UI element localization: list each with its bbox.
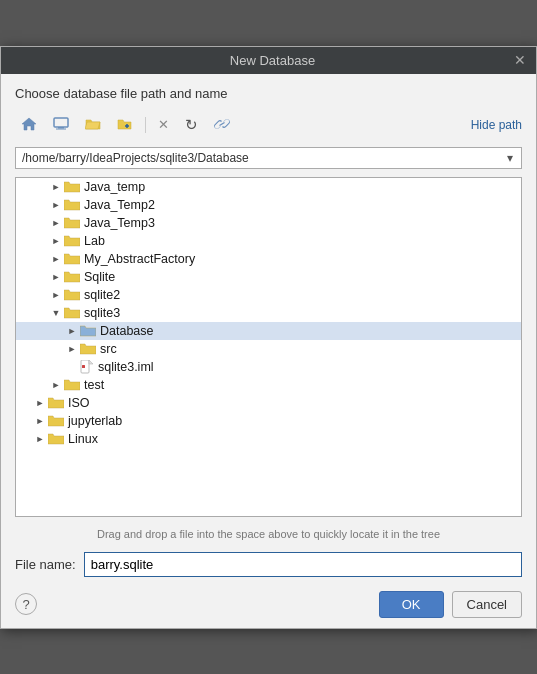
dialog-title: New Database (31, 53, 514, 68)
folder-icon (48, 432, 64, 445)
link-button[interactable] (208, 113, 236, 137)
folder-new-icon (117, 117, 133, 133)
path-text: /home/barry/IdeaProjects/sqlite3/Databas… (22, 151, 505, 165)
tree-item[interactable]: ► ISO (16, 394, 521, 412)
tree-item[interactable]: ► sqlite2 (16, 286, 521, 304)
monitor-icon (53, 117, 69, 133)
home-icon (21, 117, 37, 133)
title-bar: New Database ✕ (1, 47, 536, 74)
tree-arrow-icon: ► (32, 397, 48, 408)
computer-button[interactable] (47, 113, 75, 137)
tree-item[interactable]: ► Java_Temp3 (16, 214, 521, 232)
tree-item-label: Lab (84, 234, 105, 248)
new-folder-button[interactable] (111, 113, 139, 137)
tree-item-label: test (84, 378, 104, 392)
folder-icon (64, 288, 80, 301)
tree-arrow-icon: ► (48, 271, 64, 282)
buttons-row: ? OK Cancel (15, 591, 522, 618)
svg-line-6 (220, 122, 225, 125)
folder-icon (64, 234, 80, 247)
close-button[interactable]: ✕ (514, 53, 526, 67)
filename-input[interactable] (84, 552, 522, 577)
tree-arrow-icon: ► (48, 379, 64, 390)
tree-item-label: Java_Temp2 (84, 198, 155, 212)
folder-icon (48, 396, 64, 409)
tree-arrow-icon: ► (32, 433, 48, 444)
tree-arrow-icon: ► (48, 199, 64, 210)
tree-item-label: sqlite3 (84, 306, 120, 320)
tree-arrow-icon: ► (32, 415, 48, 426)
tree-item-label: My_AbstractFactory (84, 252, 195, 266)
tree-item-label: Sqlite (84, 270, 115, 284)
svg-marker-8 (89, 360, 93, 364)
tree-item[interactable]: ► test (16, 376, 521, 394)
folder-icon (64, 198, 80, 211)
tree-item[interactable]: ► Linux (16, 430, 521, 448)
tree-item-label: Linux (68, 432, 98, 446)
folder-icon (64, 180, 80, 193)
file-tree[interactable]: ► Java_temp► Java_Temp2► Java_Temp3► Lab… (15, 177, 522, 517)
tree-item[interactable]: ► Java_temp (16, 178, 521, 196)
folder-icon (64, 306, 80, 319)
delete-button[interactable]: ✕ (152, 114, 175, 135)
chevron-down-icon: ▾ (507, 151, 513, 165)
tree-item-label: ISO (68, 396, 90, 410)
tree-arrow-icon: ► (48, 235, 64, 246)
tree-item[interactable]: sqlite3.iml (16, 358, 521, 376)
tree-item[interactable]: ▼ sqlite3 (16, 304, 521, 322)
file-icon (80, 360, 94, 374)
tree-item[interactable]: ► Java_Temp2 (16, 196, 521, 214)
tree-item[interactable]: ► My_AbstractFactory (16, 250, 521, 268)
tree-item-label: jupyterlab (68, 414, 122, 428)
folder-icon (64, 216, 80, 229)
tree-arrow-icon: ► (48, 253, 64, 264)
tree-item-label: src (100, 342, 117, 356)
tree-item-label: Java_Temp3 (84, 216, 155, 230)
svg-rect-3 (56, 128, 66, 129)
tree-item-label: sqlite3.iml (98, 360, 154, 374)
folder-icon (64, 378, 80, 391)
folder-icon (64, 252, 80, 265)
tree-item-label: sqlite2 (84, 288, 120, 302)
hide-path-button[interactable]: Hide path (471, 118, 522, 132)
tree-item[interactable]: ► src (16, 340, 521, 358)
drag-hint: Drag and drop a file into the space abov… (15, 525, 522, 542)
svg-rect-1 (54, 118, 68, 127)
open-folder-button[interactable] (79, 113, 107, 137)
folder-open-icon (85, 117, 101, 133)
dialog-body: Choose database file path and name (1, 74, 536, 628)
path-bar: /home/barry/IdeaProjects/sqlite3/Databas… (15, 147, 522, 169)
folder-icon (48, 414, 64, 427)
cancel-button[interactable]: Cancel (452, 591, 522, 618)
path-dropdown-button[interactable]: ▾ (505, 151, 515, 165)
ok-button[interactable]: OK (379, 591, 444, 618)
svg-rect-9 (82, 365, 85, 368)
folder-icon (80, 324, 96, 337)
svg-marker-0 (22, 118, 36, 130)
tree-item[interactable]: ► jupyterlab (16, 412, 521, 430)
refresh-button[interactable]: ↻ (179, 113, 204, 136)
help-button[interactable]: ? (15, 593, 37, 615)
folder-icon (64, 270, 80, 283)
tree-item-label: Java_temp (84, 180, 145, 194)
refresh-icon: ↻ (185, 117, 198, 132)
tree-item[interactable]: ► Lab (16, 232, 521, 250)
separator-1 (145, 117, 146, 133)
tree-arrow-icon: ► (48, 181, 64, 192)
filename-label: File name: (15, 557, 76, 572)
tree-item[interactable]: ► Database (16, 322, 521, 340)
link-icon (214, 117, 230, 133)
filename-row: File name: (15, 552, 522, 577)
svg-rect-2 (58, 127, 64, 129)
tree-arrow-icon: ► (64, 343, 80, 354)
home-button[interactable] (15, 113, 43, 137)
delete-icon: ✕ (158, 118, 169, 131)
tree-item[interactable]: ► Sqlite (16, 268, 521, 286)
folder-icon (80, 342, 96, 355)
tree-arrow-icon: ► (64, 325, 80, 336)
tree-item-label: Database (100, 324, 154, 338)
dialog-subtitle: Choose database file path and name (15, 86, 522, 101)
tree-arrow-icon: ► (48, 289, 64, 300)
new-database-dialog: New Database ✕ Choose database file path… (0, 46, 537, 629)
tree-arrow-icon: ▼ (48, 307, 64, 318)
